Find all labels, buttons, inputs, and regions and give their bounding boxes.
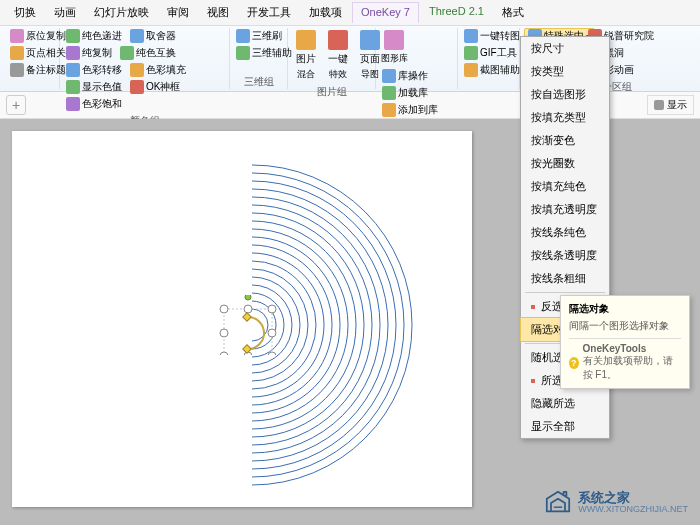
- btn-ok-frame[interactable]: OK神框: [128, 79, 182, 95]
- brush3d-icon: [236, 29, 250, 43]
- effect-icon: [328, 30, 348, 50]
- bullet-icon-2: [531, 379, 535, 383]
- copy-icon: [10, 29, 24, 43]
- btn-3d-brush[interactable]: 三维刷: [234, 28, 284, 44]
- menu-by-size[interactable]: 按尺寸: [521, 37, 609, 60]
- loadlib-icon: [382, 86, 396, 100]
- lib-icon: [384, 30, 404, 50]
- display-toggle[interactable]: 显示: [647, 95, 694, 115]
- selected-shape[interactable]: [208, 295, 288, 355]
- tab-animation[interactable]: 动画: [46, 2, 84, 23]
- menu-by-linecolor[interactable]: 按线条纯色: [521, 221, 609, 244]
- btn-shape-lib[interactable]: 图形库: [380, 28, 408, 67]
- picker-icon: [130, 29, 144, 43]
- watermark-name: 系统之家: [578, 491, 688, 505]
- tab-onekey7[interactable]: OneKey 7: [352, 2, 419, 23]
- gif-icon: [464, 46, 478, 60]
- svg-point-5: [268, 329, 276, 337]
- svg-point-1: [220, 305, 228, 313]
- btn-color-fill[interactable]: 色彩填充: [128, 62, 188, 78]
- concentric-arcs[interactable]: [142, 155, 462, 495]
- btn-screenshot[interactable]: 截图辅助: [462, 62, 522, 78]
- slide[interactable]: [12, 131, 472, 507]
- assist3d-icon: [236, 46, 250, 60]
- help-icon: ?: [569, 357, 579, 369]
- menu-by-filltype[interactable]: 按填充类型: [521, 106, 609, 129]
- svg-point-9: [245, 295, 251, 300]
- note-icon: [10, 63, 24, 77]
- menu-by-fillopacity[interactable]: 按填充透明度: [521, 198, 609, 221]
- tab-review[interactable]: 审阅: [159, 2, 197, 23]
- btn-color-sat[interactable]: 色彩饱和: [64, 96, 124, 112]
- tooltip-help: ? OneKeyTools 有关加载项帮助，请按 F1。: [569, 338, 681, 382]
- btn-gif-tool[interactable]: GIF工具: [462, 45, 519, 61]
- btn-image-blend[interactable]: 图片混合: [292, 28, 320, 83]
- tooltip-description: 间隔一个图形选择对象: [569, 319, 681, 333]
- copy2-icon: [66, 46, 80, 60]
- menu-by-fillcolor[interactable]: 按填充纯色: [521, 175, 609, 198]
- sat-icon: [66, 97, 80, 111]
- menu-by-lineweight[interactable]: 按线条粗细: [521, 267, 609, 290]
- btn-picker[interactable]: 取舍器: [128, 28, 178, 44]
- btn-add-lib[interactable]: 添加到库: [380, 102, 440, 118]
- tooltip-title: 隔选对象: [569, 302, 681, 316]
- watermark-logo-icon: [544, 489, 572, 517]
- tab-format[interactable]: 格式: [494, 2, 532, 23]
- tooltip-brand: OneKeyTools: [583, 343, 682, 354]
- btn-color-transfer[interactable]: 色彩转移: [64, 62, 124, 78]
- btn-copy-inplace[interactable]: 原位复制: [8, 28, 68, 44]
- tooltip: 隔选对象 间隔一个图形选择对象 ? OneKeyTools 有关加载项帮助，请按…: [560, 295, 690, 389]
- btn-one-convert[interactable]: 一键转图: [462, 28, 522, 44]
- ribbon-tabs: 切换 动画 幻灯片放映 审阅 视图 开发工具 加载项 OneKey 7 Thre…: [0, 0, 700, 26]
- svg-point-8: [268, 352, 276, 355]
- menu-show-all[interactable]: 显示全部: [521, 415, 609, 438]
- btn-one-effect[interactable]: 一键特效: [324, 28, 352, 83]
- btn-show-color[interactable]: 显示色值: [64, 79, 124, 95]
- add-section-button[interactable]: +: [6, 95, 26, 115]
- btn-lib-op[interactable]: 库操作: [380, 68, 440, 84]
- tab-view[interactable]: 视图: [199, 2, 237, 23]
- svg-point-4: [220, 329, 228, 337]
- btn-page-related[interactable]: 页点相关: [8, 45, 68, 61]
- btn-color-swap[interactable]: 纯色互换: [118, 45, 178, 61]
- bullet-icon: [531, 305, 535, 309]
- transfer-icon: [66, 63, 80, 77]
- tab-threed[interactable]: ThreeD 2.1: [421, 2, 492, 23]
- tab-transition[interactable]: 切换: [6, 2, 44, 23]
- watermark-url: WWW.XITONGZHIJIA.NET: [578, 505, 688, 515]
- svg-point-2: [244, 305, 252, 313]
- swap-icon: [120, 46, 134, 60]
- btn-3d-assist[interactable]: 三维辅助: [234, 45, 294, 61]
- tab-addins[interactable]: 加载项: [301, 2, 350, 23]
- menu-separator: [525, 292, 605, 293]
- btn-color-progress[interactable]: 纯色递进: [64, 28, 124, 44]
- btn-pure-copy[interactable]: 纯复制: [64, 45, 114, 61]
- menu-hide-selected[interactable]: 隐藏所选: [521, 392, 609, 415]
- watermark: 系统之家 WWW.XITONGZHIJIA.NET: [544, 489, 688, 517]
- btn-note-title[interactable]: 备注标题: [8, 62, 68, 78]
- frame-icon: [130, 80, 144, 94]
- menu-by-lineopacity[interactable]: 按线条透明度: [521, 244, 609, 267]
- svg-rect-10: [243, 313, 251, 321]
- menu-by-type[interactable]: 按类型: [521, 60, 609, 83]
- menu-by-autoshape[interactable]: 按自选图形: [521, 83, 609, 106]
- addlib-icon: [382, 103, 396, 117]
- svg-point-6: [220, 352, 228, 355]
- page-icon: [10, 46, 24, 60]
- svg-point-3: [268, 305, 276, 313]
- shot-icon: [464, 63, 478, 77]
- tab-slideshow[interactable]: 幻灯片放映: [86, 2, 157, 23]
- value-icon: [66, 80, 80, 94]
- tooltip-help-text: 有关加载项帮助，请按 F1。: [583, 354, 682, 382]
- group-label-3d: 三维组: [234, 73, 283, 89]
- display-icon: [654, 100, 664, 110]
- progress-icon: [66, 29, 80, 43]
- menu-by-gradient[interactable]: 按渐变色: [521, 129, 609, 152]
- group-label-image: 图片组: [292, 83, 371, 99]
- libop-icon: [382, 69, 396, 83]
- menu-by-aperture[interactable]: 按光圈数: [521, 152, 609, 175]
- tab-developer[interactable]: 开发工具: [239, 2, 299, 23]
- btn-load-lib[interactable]: 加载库: [380, 85, 440, 101]
- convert-icon: [464, 29, 478, 43]
- blend-icon: [296, 30, 316, 50]
